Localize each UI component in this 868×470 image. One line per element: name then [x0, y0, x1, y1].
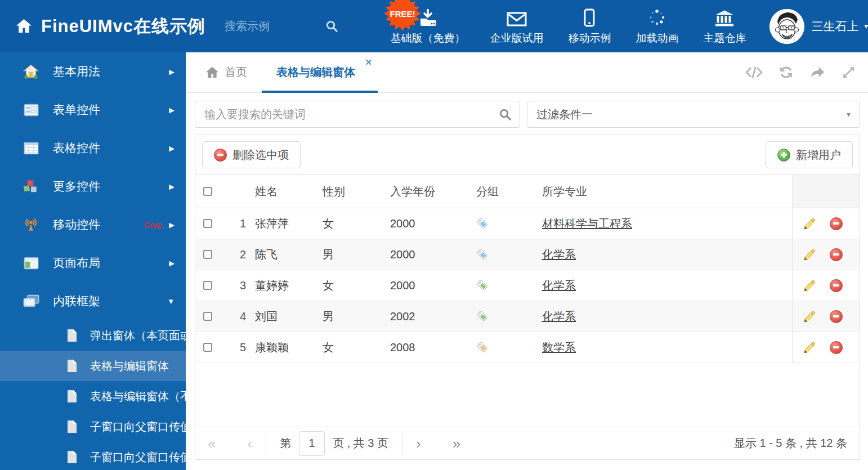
- arrow-right-icon: ▶: [169, 182, 175, 191]
- arrow-right-icon: ▶: [169, 68, 175, 76]
- header-nav: 基础版（免费）企业版试用移动示例加载动画主题仓库: [390, 7, 746, 46]
- edit-pencil-icon[interactable]: [803, 217, 816, 230]
- filter-dropdown[interactable]: 过滤条件一 ▾: [527, 101, 860, 128]
- cell-name: 刘国: [246, 309, 314, 324]
- cell-gender: 女: [314, 340, 381, 355]
- table-icon: [23, 142, 39, 155]
- sidebar-item[interactable]: 表格控件▶: [0, 129, 186, 167]
- row-index: 5: [226, 341, 246, 354]
- sidebar-item[interactable]: 页面布局▶: [0, 244, 186, 282]
- refresh-icon[interactable]: [778, 65, 794, 79]
- tab-home[interactable]: 首页: [191, 52, 262, 92]
- last-page-button[interactable]: »: [453, 436, 460, 451]
- avatar[interactable]: [769, 9, 804, 44]
- fullscreen-icon[interactable]: [842, 65, 856, 79]
- col-major[interactable]: 所学专业: [533, 184, 792, 199]
- row-index: 3: [226, 279, 246, 292]
- file-icon: [66, 420, 78, 433]
- corp-badge: Corp.: [144, 220, 164, 230]
- tab-grid-edit-window[interactable]: 表格与编辑窗体 ✕: [262, 52, 378, 92]
- top-header: FineUIMvc在线示例 基础版（免费）企业版试用移动示例加载动画主题仓库 F…: [0, 0, 868, 52]
- header-search-input[interactable]: [223, 19, 308, 33]
- row-checkbox[interactable]: [203, 343, 212, 352]
- sidebar-item[interactable]: 基本用法▶: [0, 52, 186, 91]
- row-checkbox[interactable]: [203, 281, 212, 290]
- cubes-icon: [23, 179, 39, 194]
- file-icon: [66, 450, 78, 464]
- filter-row: 过滤条件一 ▾: [195, 101, 860, 128]
- home-icon[interactable]: [16, 19, 32, 34]
- table-row: 1张萍萍女2000材料科学与工程系: [195, 208, 860, 239]
- row-checkbox[interactable]: [203, 219, 212, 228]
- delete-row-icon[interactable]: [830, 279, 843, 292]
- cell-year: 2002: [381, 310, 468, 323]
- sidebar-item[interactable]: 表单控件▶: [0, 91, 186, 129]
- add-user-button[interactable]: 新增用户: [766, 141, 853, 168]
- prev-page-button[interactable]: ‹: [247, 436, 252, 451]
- col-year[interactable]: 入学年份: [381, 184, 468, 199]
- share-icon[interactable]: [809, 65, 826, 79]
- delete-row-icon[interactable]: [830, 310, 843, 323]
- edit-pencil-icon[interactable]: [803, 279, 816, 292]
- delete-row-icon[interactable]: [830, 217, 843, 230]
- user-menu[interactable]: 三生石上 ▾: [811, 19, 868, 34]
- col-gender[interactable]: 性别: [314, 184, 381, 199]
- frames-icon: [23, 294, 39, 308]
- sidebar-subitem[interactable]: 弹出窗体（本页面或...: [0, 320, 186, 351]
- table-header: 姓名 性别 入学年份 分组 所学专业: [195, 174, 860, 208]
- grid-toolbar: 删除选中项 新增用户: [195, 135, 860, 174]
- edit-pencil-icon[interactable]: [803, 310, 816, 323]
- header-nav-item[interactable]: 加载动画: [636, 7, 678, 46]
- delete-row-icon[interactable]: [830, 341, 843, 354]
- first-page-button[interactable]: «: [208, 436, 216, 451]
- header-nav-item[interactable]: 移动示例: [568, 7, 611, 46]
- delete-row-icon[interactable]: [830, 248, 843, 261]
- filter-selected-value: 过滤条件一: [536, 107, 593, 122]
- tab-bar: 首页 表格与编辑窗体 ✕: [186, 52, 868, 93]
- record-summary: 显示 1 - 5 条 , 共 12 条: [734, 436, 847, 451]
- select-all-checkbox[interactable]: [203, 187, 212, 196]
- header-nav-item[interactable]: 企业版试用: [490, 7, 543, 46]
- sidebar-subitem[interactable]: 子窗口向父窗口传值: [0, 411, 186, 442]
- envelope-icon: [507, 7, 527, 27]
- sidebar-item[interactable]: 移动控件Corp.▶: [0, 205, 186, 244]
- sidebar-subitem[interactable]: 子窗口向父窗口传值...: [0, 442, 186, 470]
- sidebar: 基本用法▶表单控件▶表格控件▶更多控件▶移动控件Corp.▶页面布局▶内联框架▼…: [0, 52, 186, 470]
- sidebar-subitem[interactable]: 表格与编辑窗体: [0, 351, 186, 381]
- search-icon[interactable]: [499, 108, 512, 121]
- row-checkbox[interactable]: [203, 250, 212, 259]
- cell-year: 2008: [381, 341, 468, 354]
- row-index: 2: [226, 248, 246, 261]
- edit-pencil-icon[interactable]: [803, 248, 816, 261]
- page-number-input[interactable]: [299, 431, 325, 456]
- sidebar-item[interactable]: 更多控件▶: [0, 167, 186, 205]
- major-link[interactable]: 化学系: [542, 310, 576, 323]
- sidebar-item[interactable]: 内联框架▼: [0, 282, 186, 320]
- major-link[interactable]: 材料科学与工程系: [542, 217, 632, 230]
- major-link[interactable]: 数学系: [542, 341, 576, 353]
- cell-gender: 女: [314, 216, 381, 231]
- delete-selected-button[interactable]: 删除选中项: [202, 141, 301, 168]
- plus-circle-icon: [777, 149, 790, 162]
- main-area: 首页 表格与编辑窗体 ✕ 过滤条件一 ▾: [186, 52, 868, 470]
- close-icon[interactable]: ✕: [365, 57, 372, 68]
- keyword-input[interactable]: [203, 108, 499, 122]
- row-checkbox[interactable]: [203, 312, 212, 321]
- col-name[interactable]: 姓名: [246, 184, 314, 199]
- major-link[interactable]: 化学系: [542, 248, 576, 261]
- header-nav-item[interactable]: 主题仓库: [703, 7, 746, 46]
- tag-icon: [476, 341, 489, 353]
- col-group[interactable]: 分组: [468, 184, 533, 199]
- major-link[interactable]: 化学系: [542, 279, 576, 292]
- sidebar-subitem[interactable]: 表格与编辑窗体（不...: [0, 381, 186, 411]
- edit-pencil-icon[interactable]: [803, 341, 816, 354]
- code-icon[interactable]: [745, 65, 763, 79]
- next-page-button[interactable]: ›: [416, 436, 421, 451]
- header-search: [223, 19, 338, 33]
- keyword-search-box: [195, 101, 520, 128]
- table-row: 4刘国男2002化学系: [195, 301, 860, 332]
- table-body: 1张萍萍女2000材料科学与工程系2陈飞男2000化学系3董婷婷女2000化学系…: [195, 208, 860, 363]
- search-icon[interactable]: [325, 20, 338, 33]
- file-icon: [66, 390, 78, 403]
- col-actions: [792, 175, 860, 208]
